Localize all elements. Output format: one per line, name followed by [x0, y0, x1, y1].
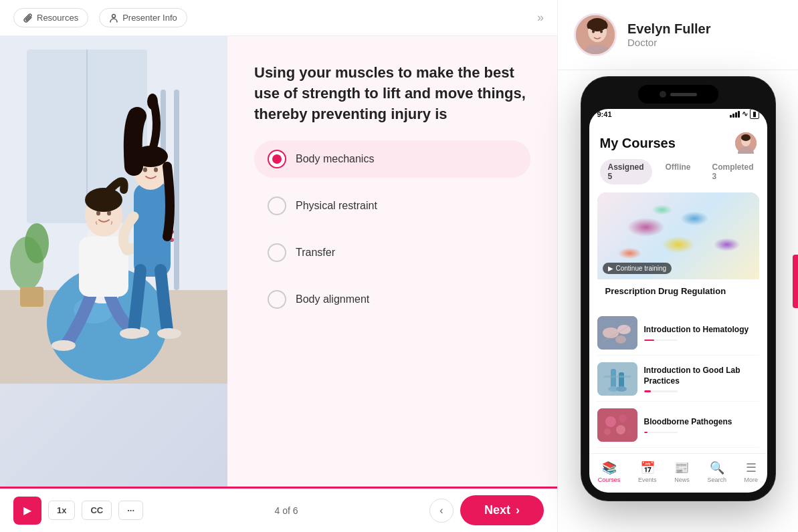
play-button[interactable]: ▶ — [13, 497, 41, 525]
profile-header: Evelyn Fuller Doctor — [558, 0, 798, 70]
svg-rect-5 — [174, 90, 179, 290]
radio-b — [268, 196, 286, 215]
course-list: Introduction to Hematology — [589, 311, 767, 448]
presenter-info-button[interactable]: Presenter Info — [99, 8, 187, 27]
radio-d — [268, 290, 286, 309]
app-wrapper: Resources Presenter Info » — [0, 0, 798, 532]
tab-offline[interactable]: Offline — [658, 159, 699, 184]
question-text: Using your muscles to make the best use … — [254, 63, 530, 124]
bloodborne-progress-fill — [644, 432, 647, 434]
app-user-avatar[interactable] — [735, 132, 757, 154]
tab-completed[interactable]: Completed 3 — [704, 159, 762, 184]
tab-assigned[interactable]: Assigned 5 — [600, 159, 652, 184]
lab-thumb-img — [597, 362, 637, 396]
status-icons: ∿ ▮ — [730, 109, 759, 119]
phone-wrapper: 9:41 ∿ ▮ — [558, 70, 798, 532]
course-thumb-lab — [597, 362, 637, 396]
nav-search[interactable]: 🔍 Search — [707, 460, 726, 483]
course-item-hematology[interactable]: Introduction to Hematology — [597, 311, 759, 356]
option-b[interactable]: Physical restraint — [254, 187, 530, 225]
cc-button[interactable]: CC — [82, 501, 112, 520]
svg-point-10 — [52, 340, 76, 351]
signal-icon — [730, 111, 740, 118]
svg-point-27 — [154, 168, 158, 172]
profile-name: Evelyn Fuller — [627, 21, 782, 37]
option-c[interactable]: Transfer — [254, 234, 530, 271]
battery-icon: ▮ — [750, 109, 759, 119]
course-item-bloodborne[interactable]: Bloodborne Pathogens — [597, 403, 759, 448]
option-a[interactable]: Body mechanics — [254, 140, 530, 178]
play-icon: ▶ — [23, 504, 31, 517]
profile-info: Evelyn Fuller Doctor — [627, 21, 782, 48]
continue-label: Continue training — [616, 265, 667, 272]
search-nav-icon: 🔍 — [710, 460, 724, 475]
radio-c — [268, 243, 286, 262]
course-progress-bloodborne — [644, 432, 678, 434]
search-nav-label: Search — [707, 477, 726, 483]
phone-time: 9:41 — [597, 110, 612, 118]
presenter-info-label: Presenter Info — [122, 13, 177, 23]
more-button[interactable]: ··· — [118, 501, 143, 520]
option-d[interactable]: Body alignment — [254, 281, 530, 318]
svg-point-29 — [25, 223, 49, 263]
profile-title: Doctor — [627, 37, 782, 48]
svg-point-42 — [615, 336, 626, 344]
svg-point-21 — [120, 328, 144, 339]
option-a-text: Body mechanics — [296, 153, 374, 165]
slide-content: Using your muscles to make the best use … — [0, 36, 557, 487]
course-progress-lab — [644, 390, 678, 392]
resources-label: Resources — [37, 13, 78, 23]
progress-text: 4 of 6 — [150, 505, 423, 516]
svg-point-0 — [112, 14, 116, 17]
featured-course-card[interactable]: ▶ Continue training Prescription Drug Re… — [597, 192, 759, 303]
pt-scene-svg — [0, 36, 227, 384]
avatar-image — [576, 15, 617, 56]
nav-news[interactable]: 📰 News — [674, 460, 690, 483]
resources-button[interactable]: Resources — [13, 8, 88, 27]
right-panel: Evelyn Fuller Doctor 9:41 — [557, 0, 798, 532]
phone-status-bar: 9:41 ∿ ▮ — [589, 109, 767, 123]
svg-point-25 — [147, 94, 158, 110]
bottom-bar: ▶ 1x CC ··· 4 of 6 ‹ Next › — [0, 487, 557, 532]
lab-progress-fill — [644, 390, 651, 392]
phone-camera — [660, 91, 666, 98]
phone-inner: 9:41 ∿ ▮ — [589, 109, 767, 493]
courses-nav-icon: 📚 — [602, 460, 617, 475]
option-d-text: Body alignment — [296, 293, 369, 305]
svg-point-22 — [157, 328, 181, 339]
app-title: My Courses — [600, 136, 676, 151]
slide-image — [0, 36, 227, 487]
continue-badge: ▶ Continue training — [603, 263, 672, 274]
course-progress-hematology — [644, 340, 678, 342]
nav-more[interactable]: ☰ More — [744, 460, 759, 483]
speed-button[interactable]: 1x — [48, 501, 75, 520]
hematology-progress-fill — [644, 340, 654, 342]
course-thumb-hematology — [597, 316, 637, 350]
course-name-bloodborne: Bloodborne Pathogens — [644, 417, 759, 428]
play-circle-icon: ▶ — [608, 265, 613, 272]
more-nav-icon: ☰ — [746, 460, 757, 475]
svg-point-19 — [107, 211, 111, 216]
app-header: My Courses — [589, 123, 767, 159]
svg-point-53 — [616, 425, 625, 434]
option-c-text: Transfer — [296, 247, 335, 259]
svg-point-54 — [604, 428, 611, 435]
course-item-lab[interactable]: Introduction to Good Lab Practices — [597, 357, 759, 402]
next-button[interactable]: Next › — [460, 495, 544, 525]
news-nav-icon: 📰 — [674, 460, 689, 475]
svg-point-52 — [619, 414, 627, 422]
phone-bottom-nav: 📚 Courses 📅 Events 📰 News — [589, 453, 767, 493]
prev-arrow[interactable]: ‹ — [429, 499, 454, 523]
nav-courses[interactable]: 📚 Courses — [598, 460, 621, 483]
pink-accent-bar — [793, 255, 798, 308]
courses-nav-label: Courses — [598, 477, 621, 483]
nav-events[interactable]: 📅 Events — [638, 460, 657, 483]
svg-point-18 — [96, 211, 100, 216]
svg-rect-50 — [597, 408, 637, 442]
svg-rect-49 — [604, 376, 631, 378]
slide-text-area: Using your muscles to make the best use … — [227, 36, 557, 487]
avatar — [574, 13, 617, 56]
svg-point-55 — [627, 429, 632, 434]
svg-point-35 — [600, 30, 603, 33]
more-nav-label: More — [744, 477, 759, 483]
